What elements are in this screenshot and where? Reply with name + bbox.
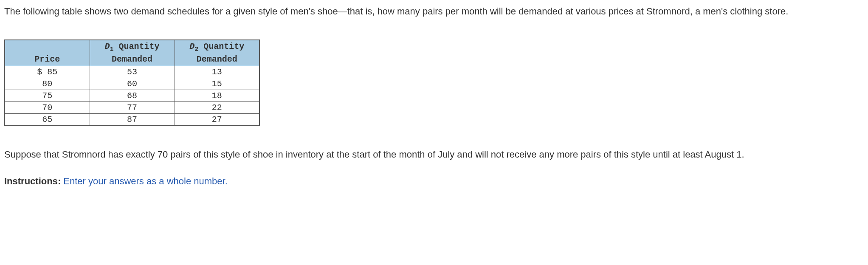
- table-row: $ 85 53 13: [5, 66, 259, 78]
- cell-price: 75: [5, 90, 90, 101]
- cell-d1: 68: [90, 90, 175, 101]
- header-d1: D1 Quantity Demanded: [90, 40, 175, 66]
- cell-d2: 27: [175, 113, 259, 126]
- cell-d1: 87: [90, 113, 175, 126]
- table-header-row: Price D1 Quantity Demanded D2 Quantity D…: [5, 40, 259, 66]
- header-d2-suffix: Quantity: [198, 42, 244, 51]
- scenario-paragraph: Suppose that Stromnord has exactly 70 pa…: [4, 147, 864, 161]
- cell-price: 80: [5, 78, 90, 90]
- cell-d1: 77: [90, 101, 175, 113]
- cell-price: 65: [5, 113, 90, 126]
- header-d2-prefix: D: [189, 42, 194, 51]
- header-d1-line2: Demanded: [99, 54, 166, 65]
- header-d1-suffix: Quantity: [114, 42, 160, 51]
- header-d2-line2: Demanded: [183, 54, 251, 65]
- header-d1-sub: 1: [110, 46, 113, 53]
- table-row: 70 77 22: [5, 101, 259, 113]
- header-d1-prefix: D: [104, 42, 110, 51]
- header-d2-sub: 2: [194, 46, 198, 53]
- cell-d2: 22: [175, 101, 259, 113]
- cell-d1: 60: [90, 78, 175, 90]
- header-d2: D2 Quantity Demanded: [175, 40, 259, 66]
- cell-d2: 18: [175, 90, 259, 101]
- instructions-label: Instructions:: [4, 176, 61, 186]
- table-row: 75 68 18: [5, 90, 259, 101]
- header-price-label: Price: [14, 54, 81, 65]
- table-row: 65 87 27: [5, 113, 259, 126]
- header-price: Price: [5, 40, 90, 66]
- table-row: 80 60 15: [5, 78, 259, 90]
- cell-price: $ 85: [5, 66, 90, 78]
- instructions-text: Enter your answers as a whole number.: [61, 176, 228, 186]
- intro-paragraph: The following table shows two demand sch…: [4, 4, 864, 18]
- table-body: $ 85 53 13 80 60 15 75 68 18 70 77 22 65…: [5, 66, 259, 126]
- cell-d2: 13: [175, 66, 259, 78]
- cell-d2: 15: [175, 78, 259, 90]
- demand-table: Price D1 Quantity Demanded D2 Quantity D…: [4, 39, 260, 126]
- instructions-line: Instructions: Enter your answers as a wh…: [4, 174, 864, 188]
- cell-d1: 53: [90, 66, 175, 78]
- cell-price: 70: [5, 101, 90, 113]
